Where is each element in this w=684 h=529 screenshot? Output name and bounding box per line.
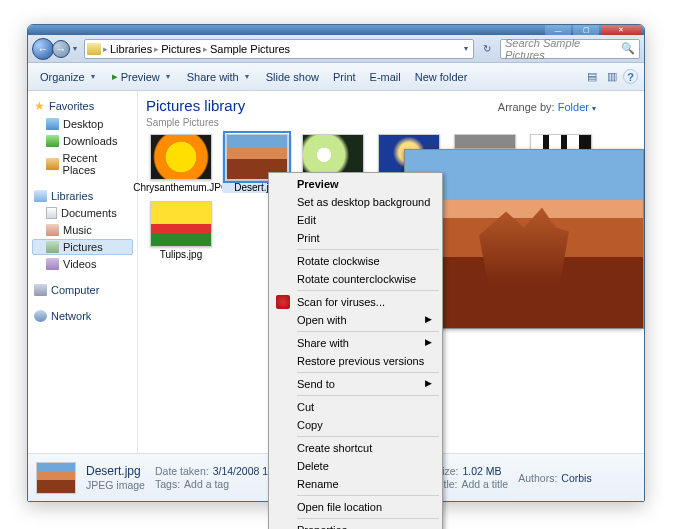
menu-item-properties[interactable]: Properties xyxy=(271,521,440,529)
view-mode-button[interactable]: ▤ xyxy=(583,68,601,86)
thumbnail-image xyxy=(150,201,212,247)
preview-button[interactable]: ▸Preview▾ xyxy=(106,67,179,86)
menu-separator xyxy=(297,395,439,396)
nav-item-videos[interactable]: Videos xyxy=(32,256,133,272)
libraries-icon xyxy=(34,190,47,202)
thumbnail-item[interactable]: Tulips.jpg xyxy=(146,201,216,260)
dl-icon xyxy=(46,135,59,147)
nav-item-recent-places[interactable]: Recent Places xyxy=(32,150,133,178)
menu-separator xyxy=(297,331,439,332)
menu-item-copy[interactable]: Copy xyxy=(271,416,440,434)
print-button[interactable]: Print xyxy=(327,68,362,86)
crumb-libraries[interactable]: Libraries xyxy=(110,43,152,55)
slideshow-button[interactable]: Slide show xyxy=(260,68,325,86)
toolbar: Organize▾ ▸Preview▾ Share with▾ Slide sh… xyxy=(28,63,644,91)
submenu-arrow-icon: ▶ xyxy=(425,314,432,324)
nav-item-music[interactable]: Music xyxy=(32,222,133,238)
details-thumbnail xyxy=(36,462,76,494)
menu-separator xyxy=(297,249,439,250)
folder-icon xyxy=(87,43,101,55)
nav-libraries-header[interactable]: Libraries xyxy=(32,188,133,204)
menu-item-share-with[interactable]: Share with▶ xyxy=(271,334,440,352)
menu-item-delete[interactable]: Delete xyxy=(271,457,440,475)
breadcrumb[interactable]: ▸ Libraries ▸ Pictures ▸ Sample Pictures… xyxy=(84,39,474,59)
nav-item-pictures[interactable]: Pictures xyxy=(32,239,133,255)
menu-item-create-shortcut[interactable]: Create shortcut xyxy=(271,439,440,457)
share-with-button[interactable]: Share with▾ xyxy=(181,68,258,86)
library-subtitle: Sample Pictures xyxy=(146,117,219,128)
menu-separator xyxy=(297,372,439,373)
network-icon xyxy=(34,310,47,322)
details-authors: Corbis xyxy=(561,472,591,484)
desk-icon xyxy=(46,118,59,130)
menu-item-rotate-clockwise[interactable]: Rotate clockwise xyxy=(271,252,440,270)
menu-separator xyxy=(297,290,439,291)
menu-separator xyxy=(297,518,439,519)
path-dropdown[interactable]: ▾ xyxy=(461,44,471,53)
details-filename: Desert.jpg xyxy=(86,464,145,478)
nav-network[interactable]: Network xyxy=(32,308,133,324)
titlebar[interactable]: — ▢ ✕ xyxy=(28,25,644,35)
chevron-icon[interactable]: ▸ xyxy=(203,44,208,54)
menu-item-rename[interactable]: Rename xyxy=(271,475,440,493)
maximize-button[interactable]: ▢ xyxy=(573,25,599,35)
menu-item-cut[interactable]: Cut xyxy=(271,398,440,416)
menu-separator xyxy=(297,436,439,437)
organize-button[interactable]: Organize▾ xyxy=(34,68,104,86)
nav-computer[interactable]: Computer xyxy=(32,282,133,298)
email-button[interactable]: E-mail xyxy=(364,68,407,86)
search-placeholder: Search Sample Pictures xyxy=(505,37,621,61)
menu-item-scan-for-viruses-[interactable]: Scan for viruses... xyxy=(271,293,440,311)
mus-icon xyxy=(46,224,59,236)
vid-icon xyxy=(46,258,59,270)
crumb-sample-pictures[interactable]: Sample Pictures xyxy=(210,43,290,55)
chevron-down-icon: ▾ xyxy=(592,104,596,113)
thumbnail-image xyxy=(150,134,212,180)
details-filetype: JPEG image xyxy=(86,479,145,491)
new-folder-button[interactable]: New folder xyxy=(409,68,474,86)
pic-icon xyxy=(46,241,59,253)
menu-item-open-with[interactable]: Open with▶ xyxy=(271,311,440,329)
menu-item-print[interactable]: Print xyxy=(271,229,440,247)
search-input[interactable]: Search Sample Pictures 🔍 xyxy=(500,39,640,59)
nav-history-dropdown[interactable]: ▾ xyxy=(70,44,80,53)
menu-item-restore-previous-versions[interactable]: Restore previous versions xyxy=(271,352,440,370)
chevron-icon[interactable]: ▸ xyxy=(103,44,108,54)
menu-item-set-as-desktop-background[interactable]: Set as desktop background xyxy=(271,193,440,211)
nav-buttons: ← → ▾ xyxy=(32,38,80,60)
search-icon: 🔍 xyxy=(621,42,635,55)
forward-button[interactable]: → xyxy=(52,40,70,58)
arrange-by[interactable]: Arrange by: Folder ▾ xyxy=(498,101,596,113)
menu-item-send-to[interactable]: Send to▶ xyxy=(271,375,440,393)
chevron-icon[interactable]: ▸ xyxy=(154,44,159,54)
thumbnail-item[interactable]: Chrysanthemum.JPG xyxy=(146,134,216,193)
submenu-arrow-icon: ▶ xyxy=(425,378,432,388)
back-button[interactable]: ← xyxy=(32,38,54,60)
refresh-button[interactable]: ↻ xyxy=(478,43,496,54)
nav-item-desktop[interactable]: Desktop xyxy=(32,116,133,132)
doc-icon xyxy=(46,207,57,219)
details-title[interactable]: Add a title xyxy=(462,478,509,490)
minimize-button[interactable]: — xyxy=(545,25,571,35)
close-button[interactable]: ✕ xyxy=(601,25,641,35)
details-size: 1.02 MB xyxy=(462,465,501,477)
nav-favorites-header[interactable]: ★Favorites xyxy=(32,97,133,115)
rec-icon xyxy=(46,158,59,170)
help-button[interactable]: ? xyxy=(623,69,638,84)
nav-pane: ★Favorites DesktopDownloadsRecent Places… xyxy=(28,91,138,453)
library-title: Pictures library xyxy=(146,97,245,114)
details-tags[interactable]: Add a tag xyxy=(184,478,229,490)
menu-item-preview[interactable]: Preview xyxy=(271,175,440,193)
nav-item-documents[interactable]: Documents xyxy=(32,205,133,221)
nav-item-downloads[interactable]: Downloads xyxy=(32,133,133,149)
preview-pane-button[interactable]: ▥ xyxy=(603,68,621,86)
thumbnail-label: Tulips.jpg xyxy=(160,249,202,260)
menu-item-rotate-counterclockwise[interactable]: Rotate counterclockwise xyxy=(271,270,440,288)
menu-item-edit[interactable]: Edit xyxy=(271,211,440,229)
star-icon: ★ xyxy=(34,99,45,113)
context-menu[interactable]: PreviewSet as desktop backgroundEditPrin… xyxy=(268,172,443,529)
shield-icon xyxy=(276,295,290,309)
menu-item-open-file-location[interactable]: Open file location xyxy=(271,498,440,516)
submenu-arrow-icon: ▶ xyxy=(425,337,432,347)
crumb-pictures[interactable]: Pictures xyxy=(161,43,201,55)
